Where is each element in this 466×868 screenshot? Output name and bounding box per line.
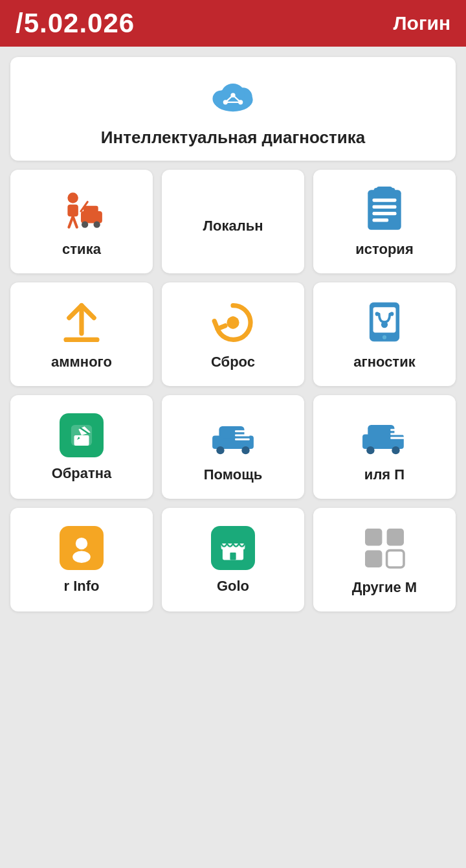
- grid-icon: [361, 525, 408, 571]
- programming-label: аммного: [18, 354, 145, 371]
- svg-point-33: [375, 312, 379, 316]
- svg-rect-49: [368, 425, 394, 437]
- svg-rect-59: [230, 553, 236, 560]
- svg-rect-62: [365, 551, 382, 567]
- cloud-diag-icon: [210, 72, 256, 119]
- history-card[interactable]: история: [313, 170, 456, 273]
- svg-rect-37: [74, 435, 89, 446]
- svg-rect-15: [83, 206, 98, 214]
- user-info-label: r Info: [18, 578, 145, 595]
- feedback-card[interactable]: Обратна: [10, 395, 153, 499]
- svg-rect-20: [372, 199, 396, 202]
- reset-card[interactable]: Сброс: [162, 282, 304, 386]
- row-4: Обратна Помощь: [10, 395, 456, 499]
- svg-point-10: [67, 192, 78, 203]
- golo-icon: [211, 526, 255, 570]
- help-card[interactable]: Помощь: [162, 395, 304, 499]
- svg-point-50: [366, 446, 374, 454]
- upload-icon: [58, 299, 105, 346]
- car-repair-icon: [58, 187, 105, 233]
- svg-rect-31: [373, 307, 396, 332]
- svg-point-34: [390, 312, 394, 316]
- reset-icon: [210, 299, 256, 346]
- reset-label: Сброс: [170, 354, 296, 371]
- svg-point-56: [72, 551, 91, 563]
- svg-rect-60: [365, 529, 382, 545]
- user-info-card[interactable]: r Info: [10, 508, 153, 611]
- header: /5.02.026 Логин: [0, 0, 466, 47]
- intelligent-diag-label: Интеллектуальная диагностика: [18, 128, 448, 148]
- svg-point-32: [381, 321, 388, 328]
- header-title: /5.02.026: [16, 8, 135, 39]
- svg-rect-53: [390, 433, 405, 435]
- help-icon: [210, 412, 256, 459]
- diag2-card[interactable]: агностик: [313, 282, 456, 386]
- svg-rect-23: [372, 218, 388, 222]
- local-card[interactable]: Локальн: [162, 170, 304, 273]
- profile-card[interactable]: иля П: [313, 395, 456, 499]
- programming-card[interactable]: аммного: [10, 282, 153, 386]
- svg-rect-46: [235, 434, 250, 436]
- svg-rect-29: [230, 316, 235, 328]
- svg-rect-22: [372, 212, 396, 215]
- tablet-diag-icon: [361, 299, 408, 346]
- history-label: история: [321, 241, 448, 258]
- svg-rect-19: [368, 190, 401, 230]
- row-3: аммного Сброс: [10, 282, 456, 386]
- svg-rect-63: [387, 551, 404, 567]
- svg-point-16: [82, 221, 88, 227]
- local-diag-card[interactable]: стика: [10, 170, 153, 273]
- intelligent-diag-card[interactable]: Интеллектуальная диагностика: [10, 57, 456, 161]
- svg-point-43: [216, 446, 224, 454]
- feedback-label: Обратна: [18, 465, 145, 482]
- history-icon: [361, 187, 408, 233]
- profile-icon: [361, 412, 408, 459]
- svg-rect-21: [372, 205, 396, 209]
- svg-rect-52: [390, 429, 405, 431]
- svg-rect-25: [374, 188, 395, 194]
- row-2: стика Локальн история: [10, 170, 456, 273]
- svg-point-35: [383, 336, 386, 339]
- svg-rect-11: [67, 205, 78, 217]
- svg-rect-61: [387, 529, 404, 545]
- golo-card[interactable]: Golo: [162, 508, 304, 611]
- svg-rect-47: [235, 439, 250, 440]
- svg-point-51: [392, 446, 399, 454]
- svg-line-13: [73, 216, 77, 227]
- svg-point-55: [76, 538, 87, 549]
- feedback-icon: [60, 413, 104, 457]
- local-diag-label: стика: [18, 241, 145, 258]
- svg-rect-54: [390, 437, 405, 439]
- login-button[interactable]: Логин: [394, 12, 450, 34]
- golo-label: Golo: [170, 578, 296, 595]
- diag2-label: агностик: [321, 354, 448, 371]
- svg-point-17: [94, 221, 100, 227]
- local-label: Локальн: [170, 218, 296, 234]
- other-label: Другие М: [321, 579, 448, 596]
- svg-point-44: [241, 446, 249, 454]
- row-5: r Info Golo: [10, 508, 456, 611]
- other-card[interactable]: Другие М: [313, 508, 456, 611]
- profile-label: иля П: [321, 466, 448, 483]
- svg-rect-45: [235, 430, 250, 432]
- help-label: Помощь: [170, 466, 296, 483]
- user-icon: [60, 526, 104, 570]
